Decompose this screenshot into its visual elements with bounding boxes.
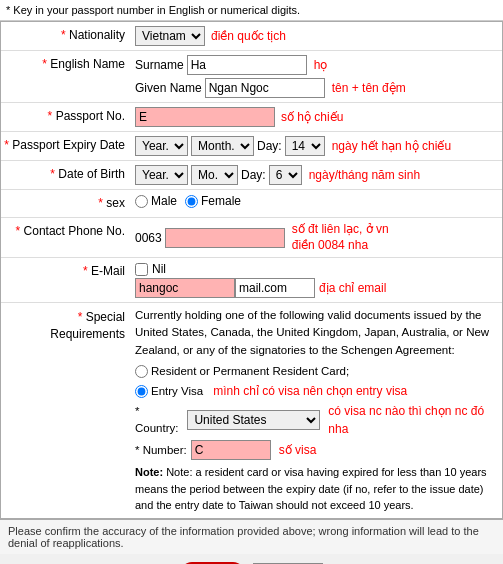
passport-expiry-field: Year. Month. Day: 14 ngày hết hạn hộ chi… [131,132,502,160]
female-radio-label[interactable]: Female [185,194,241,208]
passport-no-input[interactable] [135,107,275,127]
phone-prefix: 0063 [135,231,162,245]
country-label: * Country: [135,403,183,438]
visa-number-input[interactable] [191,440,271,460]
expiry-day-select[interactable]: 14 [285,136,325,156]
dob-day-select[interactable]: 6 [269,165,302,185]
nationality-annotation: điền quốc tịch [211,29,286,43]
dob-label: * Date of Birth [1,161,131,188]
visa-number-annotation: số visa [279,441,317,459]
special-req-label: * Special Requirements [1,303,131,348]
button-row: Next Re-fill In [0,554,503,564]
english-name-label: * English Name [1,51,131,78]
entry-visa-radio[interactable] [135,385,148,398]
resident-card-radio-label[interactable]: Resident or Permanent Resident Card; [135,363,349,380]
surname-annotation: họ [314,58,328,72]
visa-number-label: * Number: [135,442,187,459]
nationality-select[interactable]: Vietnam [135,26,205,46]
dob-month-select[interactable]: Mo. [191,165,238,185]
special-req-body: Currently holding one of the following v… [135,307,498,359]
email-domain-input[interactable] [235,278,315,298]
passport-no-field: số hộ chiếu [131,103,502,131]
passport-expiry-label: * Passport Expiry Date [1,132,131,159]
passport-no-label: * Passport No. [1,103,131,130]
phone-label: * Contact Phone No. [1,218,131,245]
phone-input[interactable] [165,228,285,248]
bottom-note: Please confirm the accuracy of the infor… [0,519,503,554]
special-req-note: Note: Note: a resident card or visa havi… [135,464,498,514]
phone-annotation1: số đt liên lạc, ở vn điền 0084 nha [292,222,389,253]
given-name-annotation: tên + tên đệm [332,81,406,95]
entry-visa-annotation: mình chỉ có visa nên chọn entry visa [213,382,407,400]
english-name-field: Surname họ Given Name tên + tên đệm [131,51,502,102]
nil-label: Nil [152,262,166,276]
dob-year-select[interactable]: Year. [135,165,188,185]
country-annotation: có visa nc nào thì chọn nc đó nha [328,402,498,438]
phone-field: 0063 số đt liên lạc, ở vn điền 0084 nha [131,218,502,257]
resident-card-radio[interactable] [135,365,148,378]
top-note: * Key in your passport number in English… [0,0,503,21]
country-select[interactable]: United States [187,410,320,430]
email-prefix-input[interactable] [135,278,235,298]
sex-field: Male Female [131,190,502,212]
expiry-year-select[interactable]: Year. [135,136,188,156]
given-name-input[interactable] [205,78,325,98]
surname-input[interactable] [187,55,307,75]
dob-field: Year. Mo. Day: 6 ngày/tháng năm sinh [131,161,502,189]
sex-label: * sex [1,190,131,217]
female-radio[interactable] [185,195,198,208]
email-field: Nil địa chỉ email [131,258,502,302]
dob-annotation: ngày/tháng năm sinh [309,168,420,182]
nationality-label: * Nationality [1,22,131,49]
passport-no-annotation: số hộ chiếu [281,110,343,124]
email-annotation: địa chỉ email [319,281,386,295]
nil-checkbox[interactable] [135,263,148,276]
email-label: * E-Mail [1,258,131,285]
special-req-field: Currently holding one of the following v… [131,303,502,518]
expiry-month-select[interactable]: Month. [191,136,254,156]
entry-visa-radio-label[interactable]: Entry Visa [135,383,203,400]
male-radio[interactable] [135,195,148,208]
male-radio-label[interactable]: Male [135,194,177,208]
nationality-field: Vietnam điền quốc tịch [131,22,502,50]
expiry-annotation: ngày hết hạn hộ chiếu [332,139,451,153]
